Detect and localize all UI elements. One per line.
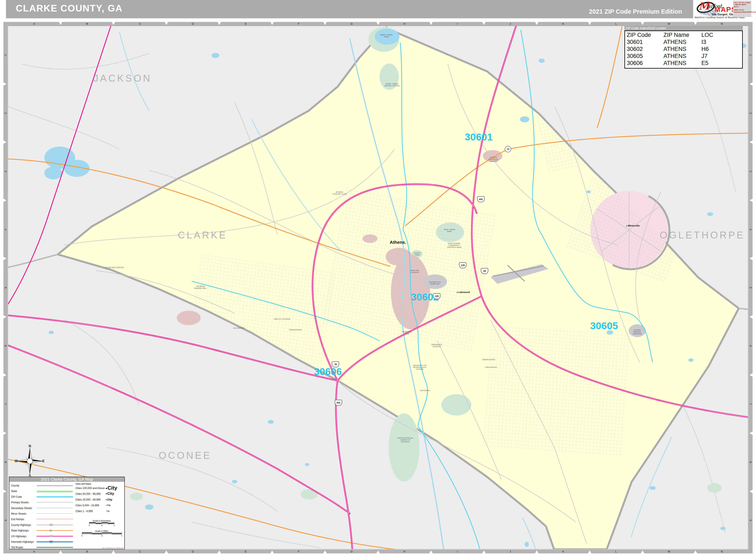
county-label: JACKSON bbox=[93, 72, 152, 84]
cities-row-label: Cities 25,000 - 49,999 bbox=[75, 498, 100, 501]
route-shield-441: 441 bbox=[477, 196, 485, 202]
scale-miles-tick: .5 bbox=[101, 535, 103, 537]
route-shield-72: 72 bbox=[505, 146, 511, 152]
legend-item-label: Exit Ramps bbox=[11, 518, 24, 521]
zip-index-table: ZIP Code Index/Grid Locator ZIP CodeZIP … bbox=[624, 26, 743, 69]
legend-swatch-zip bbox=[37, 496, 73, 497]
cities-row-sample: City bbox=[106, 510, 110, 512]
zip-index-cell: H6 bbox=[701, 46, 742, 52]
place-label: STATE BOTANICAL GARDEN OF GEORGIA bbox=[397, 437, 414, 443]
zip-index-row: 30605ATHENSJ7 bbox=[627, 53, 742, 60]
route-shield-129: 129 bbox=[433, 293, 441, 299]
legend-item-label: Primary Streets bbox=[11, 501, 29, 504]
map-page: CLARKE COUNTY, GA 2021 ZIP Code Premium … bbox=[0, 0, 756, 554]
legend-badge: 123 bbox=[49, 524, 53, 526]
place-label: ATHENS COUNTRY CLUB bbox=[332, 191, 347, 195]
route-shield-129: 129 bbox=[459, 262, 467, 268]
place-label: TRAIL CREEK PARK bbox=[443, 229, 456, 232]
zip-index-row: 30602ATHENSH6 bbox=[627, 46, 742, 53]
city-size-dot-icon bbox=[106, 488, 107, 489]
legend-title: 2021 Clarke County, GA Map bbox=[9, 477, 124, 482]
zip-index-cell: ATHENS bbox=[663, 46, 701, 52]
place-label: CLEVELAND STATION bbox=[104, 267, 124, 269]
legend-badge: 123 bbox=[49, 535, 53, 537]
place-label: ATHENS TECHNICAL COLLEGE bbox=[487, 156, 500, 162]
legend-swatch-interstate: 123 bbox=[37, 542, 73, 542]
zip-index-row: 30601ATHENSI3 bbox=[627, 39, 742, 46]
compass-e: E bbox=[42, 459, 45, 463]
zip-index-col: ZIP Name bbox=[663, 32, 701, 38]
scale-miles-bar bbox=[82, 533, 122, 534]
city-size-dot-icon bbox=[106, 505, 106, 506]
city-dot-icon bbox=[457, 292, 458, 293]
city-size-dot-icon bbox=[106, 499, 107, 500]
place-label: SANDY CREEK PARK bbox=[378, 34, 395, 38]
county-label: CLARKE bbox=[178, 229, 227, 241]
place-label: GREEN ACRES bbox=[481, 358, 496, 361]
legend-item-label: County Highways bbox=[11, 523, 31, 527]
legend-item-label: ZIP Code bbox=[11, 495, 22, 498]
zip-index-col: ZIP Code bbox=[627, 32, 663, 38]
legend-swatch-minor bbox=[37, 513, 73, 514]
scale-miles-tick: 0 bbox=[81, 535, 82, 537]
zip-index-cell: J7 bbox=[701, 53, 742, 59]
zip-index-cell: I3 bbox=[701, 39, 742, 45]
zip-index-cell: ATHENS bbox=[663, 39, 701, 45]
city-dot-icon bbox=[626, 225, 627, 226]
scale-km-tick: 1 bbox=[114, 524, 115, 527]
legend-item-label: County bbox=[11, 484, 19, 487]
cities-row-sample: City bbox=[106, 498, 112, 501]
place-label: DUDLEY PARK bbox=[412, 252, 423, 256]
legend-item-label: Minor Streets bbox=[11, 512, 26, 515]
place-label: WHITEHALL bbox=[418, 389, 433, 391]
route-shield-441: 441 bbox=[335, 400, 342, 406]
place-label: UNIVERSITY HEIGHTS bbox=[428, 344, 445, 347]
legend-box: 2021 Clarke County, GA Map CountyStateZI… bbox=[9, 477, 125, 549]
legend-badge: 123 bbox=[49, 529, 52, 532]
place-label: EAST ATHENS COMMUNITY CENTER & PARK bbox=[447, 242, 462, 248]
city-label: Winterville bbox=[626, 224, 640, 227]
scale-miles-tick: 1 bbox=[121, 535, 122, 537]
route-shield-78: 78 bbox=[332, 362, 339, 367]
map-label-layer: JACKSONCLARKEOGLETHORPEOCONEE30601306023… bbox=[0, 0, 756, 554]
legend-swatch-toll bbox=[37, 547, 73, 548]
place-label: TANGLEWOOD bbox=[285, 329, 306, 331]
zip-index-cell: 30605 bbox=[627, 53, 663, 59]
compass-star-icon bbox=[15, 445, 44, 477]
cities-row-sample: City bbox=[106, 504, 110, 506]
legend-swatch-ushwy: 123 bbox=[37, 536, 73, 537]
scale-km-tick: 0 bbox=[89, 524, 90, 527]
scale-km-bar bbox=[89, 522, 114, 524]
cities-row-label: Cities 1 - 4,999 bbox=[75, 510, 93, 513]
zip-index-cell: ATHENS bbox=[663, 53, 701, 59]
zip-index-title: ZIP Code Index/Grid Locator bbox=[624, 26, 743, 31]
city-label: Lakewood bbox=[457, 291, 470, 293]
cities-row-label: Cities 50,000 - 99,999 bbox=[75, 492, 100, 495]
city-size-dot-icon bbox=[106, 493, 107, 494]
zip-index-header: ZIP CodeZIP NameLOC bbox=[627, 32, 742, 39]
legend-swatch-countyhwy: 123 bbox=[37, 524, 73, 525]
place-label: SANFORD STADIUM bbox=[408, 270, 421, 273]
cities-legend-title: Cities and Towns bbox=[75, 483, 91, 485]
legend-item-label: Toll Roads bbox=[11, 546, 23, 549]
legend-swatch-ramp bbox=[37, 519, 73, 519]
legend-swatch-county bbox=[37, 485, 73, 486]
zip-index-cell: ATHENS bbox=[663, 60, 701, 66]
place-label: UNIVERSITY OF GEORGIA GOLF COURSE bbox=[411, 365, 428, 370]
city-size-dot-icon bbox=[106, 511, 106, 511]
scale-miles-title: Scale in Miles bbox=[95, 530, 108, 532]
zip-index-cell: E5 bbox=[701, 60, 742, 66]
legend-swatch-secondary bbox=[37, 508, 73, 508]
place-label: SANDY CREEK NATURE CENTER bbox=[384, 83, 401, 87]
place-label: CRESTWOOD bbox=[484, 366, 498, 368]
zip-index-cell: 30606 bbox=[627, 60, 663, 66]
zip-index-row: 30606ATHENSE5 bbox=[627, 60, 742, 67]
legend-item-label: Interstate Highways bbox=[11, 540, 34, 543]
zip-code-label: 30601 bbox=[465, 131, 493, 143]
city-label: Athens. bbox=[390, 240, 406, 245]
legend-item-label: State bbox=[11, 490, 17, 493]
scale-km-tick: .5 bbox=[101, 524, 103, 527]
legend-swatch-statehwy: 123 bbox=[37, 530, 73, 531]
place-label: GEORGIA SQUARE MALL bbox=[193, 285, 208, 289]
county-label: OCONEE bbox=[159, 450, 211, 461]
